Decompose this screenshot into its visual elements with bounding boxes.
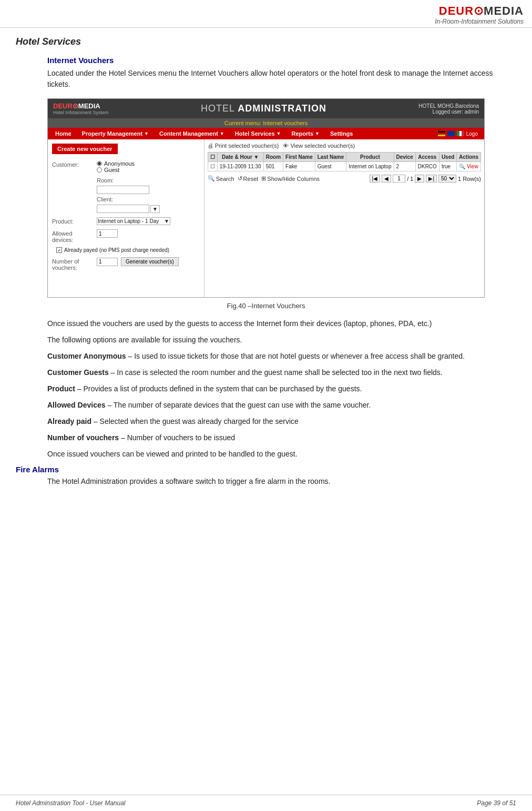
create-voucher-button[interactable]: Create new voucher (52, 144, 118, 154)
already-paid-label: Already payed (no PMS post charge needed… (64, 247, 169, 253)
table-actions-bar: 🖨 Print selected voucher(s) 👁 View selec… (208, 143, 481, 149)
internet-vouchers-section: Internet Vouchers Located under the Hote… (16, 56, 516, 90)
desc-product: Product – Provides a list of products de… (47, 383, 516, 394)
view-link[interactable]: 🔍 View (459, 164, 478, 169)
flag-de-icon (438, 131, 445, 136)
current-menu-bar: Current menu: Internet vouchers (48, 118, 484, 128)
page-header: DEUR⊙MEDIA In-Room-Infotainment Solution… (0, 0, 532, 28)
page-input[interactable] (393, 175, 405, 183)
page-total: / 1 (407, 176, 413, 182)
admin-logo-block: DEUR⊙MEDIA Hotel Infotainment System (53, 102, 109, 115)
row-first-name: Fake (283, 162, 315, 171)
rows-per-page-select[interactable]: 50 (438, 175, 456, 183)
customer-anonymous-option[interactable]: Anonymous (97, 160, 200, 167)
fire-alarms-title: Fire Alarms (16, 465, 516, 474)
col-access: Access (415, 153, 439, 162)
footer-right: Page 39 of 51 (477, 799, 516, 807)
col-checkbox: ☐ (208, 153, 217, 162)
allowed-devices-label: Alloweddevices: (52, 229, 97, 243)
room-input[interactable] (97, 186, 149, 194)
internet-vouchers-title: Internet Vouchers (47, 56, 516, 65)
show-hide-button[interactable]: ⊞ Show/Hide Columns (261, 175, 320, 182)
search-icon: 🔍 (208, 175, 215, 182)
fig-caption: Fig.40 –Internet Vouchers (47, 302, 485, 310)
admin-user-block: HOTEL MOHG.Barcelona Logged user: admin (418, 103, 479, 115)
customer-guest-label: Guest (104, 167, 119, 173)
col-used: Used (439, 153, 456, 162)
body-para-2: The following options are available for … (47, 334, 516, 346)
logo-media: MEDIA (484, 4, 524, 17)
vouchers-table: ☐ Date & Hour ▼ Room First Name Last Nam… (208, 152, 481, 171)
logged-user-label: Logged user: admin (418, 109, 479, 115)
fire-alarms-section: Fire Alarms The Hotel Administration pro… (16, 465, 516, 487)
num-vouchers-form-row: Number ofvouchers: Generate voucher(s) (52, 257, 200, 271)
desc-customer-anonymous: Customer Anonymous – Is used to issue ti… (47, 351, 516, 362)
nav-content-management[interactable]: Content Management ▼ (154, 128, 230, 139)
num-vouchers-controls: Generate voucher(s) (97, 257, 200, 266)
show-hide-icon: ⊞ (261, 175, 266, 182)
col-room: Room (263, 153, 283, 162)
admin-admin-label: ADMINISTRATION (238, 103, 326, 114)
row-room: 501 (263, 162, 283, 171)
view-selected-button[interactable]: 👁 View selected voucher(s) (283, 143, 355, 149)
col-date-hour[interactable]: Date & Hour ▼ (217, 153, 263, 162)
num-vouchers-input[interactable] (97, 258, 118, 266)
customer-guest-radio[interactable] (97, 167, 102, 173)
flag-it-icon (457, 131, 464, 136)
nav-home[interactable]: Home (50, 128, 77, 139)
client-dropdown-arrow[interactable]: ▼ (150, 205, 160, 213)
num-vouchers-label: Number ofvouchers: (52, 257, 97, 271)
logo-deur: DEUR (439, 4, 474, 17)
fire-alarms-text: The Hotel Administration provides a soft… (47, 476, 516, 487)
allowed-devices-form-row: Alloweddevices: (52, 229, 200, 243)
view-icon: 👁 (283, 143, 289, 149)
already-paid-checkbox[interactable] (56, 247, 62, 253)
client-input[interactable] (97, 205, 149, 213)
customer-form-row: Customer: Anonymous Guest (52, 160, 200, 173)
reset-label: Reset (243, 176, 259, 182)
page-footer: Hotel Adminstration Tool - User Manual P… (0, 795, 532, 811)
nav-prev-button[interactable]: ◀ (382, 175, 391, 183)
admin-header: DEUR⊙MEDIA Hotel Infotainment System HOT… (48, 99, 484, 118)
col-first-name: First Name (283, 153, 315, 162)
room-form-row: Room: Client: ▼ (97, 177, 200, 213)
print-label: Print selected voucher(s) (215, 143, 279, 149)
room-label: Room: (97, 177, 160, 184)
nav-logo-text: Logo (466, 131, 478, 137)
customer-label: Customer: (52, 160, 97, 168)
allowed-devices-input[interactable] (97, 229, 118, 238)
customer-options: Anonymous Guest (97, 160, 200, 173)
closing-text: Once issued vouchers can be viewed and p… (47, 449, 516, 460)
nav-flags: Logo (438, 131, 482, 137)
nav-next-button[interactable]: ▶ (415, 175, 424, 183)
nav-bar[interactable]: Home Property Management ▼ Content Manag… (48, 128, 484, 139)
customer-anonymous-radio[interactable] (97, 161, 102, 166)
show-hide-label: Show/Hide Columns (267, 176, 320, 182)
search-button[interactable]: 🔍 Search (208, 175, 234, 182)
product-label: Product: (52, 217, 97, 225)
desc-allowed-devices: Allowed Devices – The number of separate… (47, 400, 516, 411)
product-select[interactable]: Internet on Laptop - 1 Day ▼ (97, 217, 170, 225)
view-label: View selected voucher(s) (290, 143, 355, 149)
reset-button[interactable]: ↺ Reset (238, 175, 259, 182)
row-checkbox[interactable]: ☐ (208, 162, 217, 171)
row-date-hour: 19-11-2009 11:30 (217, 162, 263, 171)
nav-rep-arrow: ▼ (315, 131, 320, 136)
nav-hs-arrow: ▼ (277, 131, 281, 136)
page-content: Hotel Services Internet Vouchers Located… (0, 28, 532, 524)
admin-logo: DEUR⊙MEDIA (53, 102, 109, 110)
nav-settings[interactable]: Settings (325, 128, 358, 139)
nav-hotel-services[interactable]: Hotel Services ▼ (230, 128, 287, 139)
nav-property-management[interactable]: Property Management ▼ (77, 128, 154, 139)
customer-guest-option[interactable]: Guest (97, 167, 200, 173)
col-product: Product (346, 153, 394, 162)
table-footer: 🔍 Search ↺ Reset ⊞ Show/Hide Columns |◀ … (208, 175, 481, 183)
admin-hotel-label: HOTEL (201, 103, 238, 114)
page-navigation: |◀ ◀ / 1 ▶ ▶| 50 1 Row(s) (370, 175, 481, 183)
nav-first-button[interactable]: |◀ (370, 175, 381, 183)
print-selected-button[interactable]: 🖨 Print selected voucher(s) (208, 143, 279, 149)
generate-vouchers-button[interactable]: Generate voucher(s) (121, 257, 179, 266)
nav-last-button[interactable]: ▶| (426, 175, 437, 183)
nav-reports[interactable]: Reports ▼ (287, 128, 325, 139)
logo-text: DEUR⊙MEDIA (435, 4, 524, 18)
